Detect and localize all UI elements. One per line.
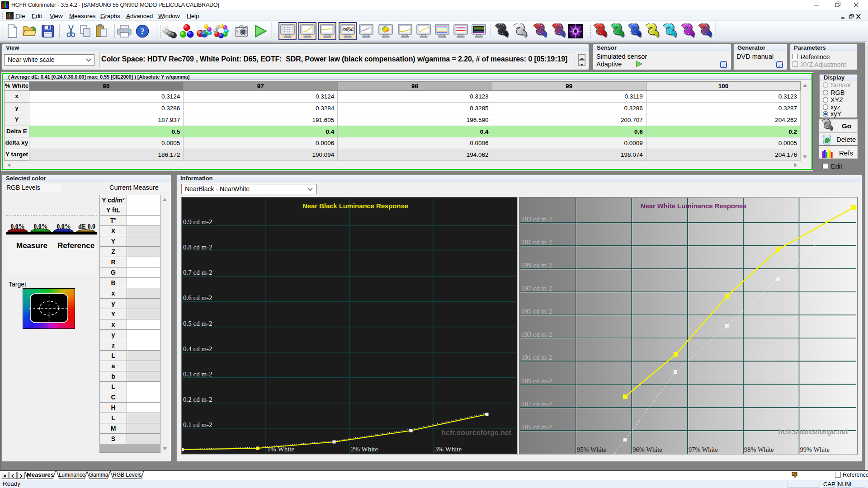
svg-text:201 cd m-2: 201 cd m-2 (521, 239, 552, 246)
svg-text:96% White: 96% White (632, 446, 662, 453)
svg-text:Near White Luminance Response: Near White Luminance Response (641, 202, 747, 210)
svg-text:0.5 cd m-2: 0.5 cd m-2 (183, 320, 212, 327)
svg-text:Near Black Luminance Response: Near Black Luminance Response (302, 202, 408, 210)
svg-text:185 cd m-2: 185 cd m-2 (521, 423, 552, 431)
svg-text:hcfr.sourceforge.net: hcfr.sourceforge.net (441, 429, 511, 436)
svg-text:95% White: 95% White (577, 446, 606, 453)
svg-text:98% White: 98% White (744, 446, 774, 453)
svg-text:197 cd m-2: 197 cd m-2 (521, 285, 552, 292)
svg-text:0.7 cd m-2: 0.7 cd m-2 (183, 269, 212, 276)
svg-text:189 cd m-2: 189 cd m-2 (521, 377, 552, 385)
svg-text:hcfr.sourceforge.net: hcfr.sourceforge.net (778, 428, 848, 436)
svg-text:193 cd m-2: 193 cd m-2 (521, 331, 552, 338)
svg-text:203 cd m-2: 203 cd m-2 (521, 216, 552, 223)
svg-text:3% White: 3% White (434, 446, 462, 453)
svg-text:187 cd m-2: 187 cd m-2 (521, 400, 552, 408)
svg-text:Gamma: Gamma (89, 472, 108, 478)
svg-text:0.6 cd m-2: 0.6 cd m-2 (183, 294, 212, 301)
svg-text:2% White: 2% White (351, 446, 378, 453)
svg-text:Luminance: Luminance (59, 472, 85, 478)
svg-text:97% White: 97% White (689, 446, 718, 453)
svg-text:0.8 cd m-2: 0.8 cd m-2 (183, 244, 212, 251)
svg-text:dE 0.0: dE 0.0 (78, 223, 95, 230)
svg-text:0.4 cd m-2: 0.4 cd m-2 (183, 345, 212, 352)
svg-text:191 cd m-2: 191 cd m-2 (521, 354, 552, 361)
svg-text:195 cd m-2: 195 cd m-2 (521, 308, 552, 315)
svg-text:0.3 cd m-2: 0.3 cd m-2 (183, 371, 212, 378)
svg-text:0.9 cd m-2: 0.9 cd m-2 (183, 218, 212, 225)
svg-text:0.1 cd m-2: 0.1 cd m-2 (183, 421, 212, 428)
svg-text:Measures: Measures (27, 471, 54, 478)
svg-text:99% White: 99% White (800, 446, 830, 453)
svg-text:RGB Levels: RGB Levels (113, 472, 142, 478)
svg-text:?: ? (140, 27, 145, 36)
svg-text:0.2 cd m-2: 0.2 cd m-2 (183, 396, 212, 403)
svg-text:199 cd m-2: 199 cd m-2 (521, 262, 552, 269)
